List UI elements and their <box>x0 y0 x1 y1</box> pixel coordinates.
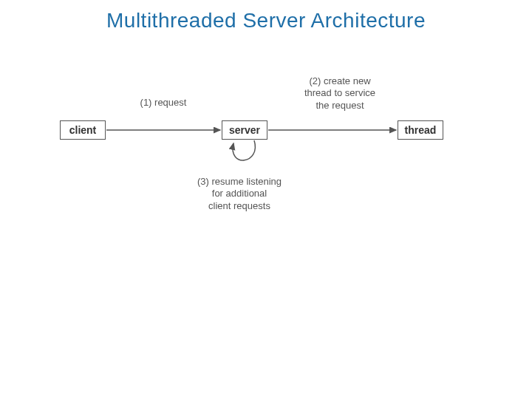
client-node-label: client <box>69 124 97 136</box>
create-line-1: (2) create new <box>309 75 370 86</box>
resume-line-3: client requests <box>208 200 270 211</box>
resume-listening-label: (3) resume listening for additional clie… <box>188 176 291 212</box>
server-node-label: server <box>229 124 260 136</box>
arrow-server-self-loop <box>233 140 255 160</box>
request-label: (1) request <box>130 97 197 109</box>
server-node: server <box>222 120 267 140</box>
thread-node: thread <box>398 120 443 140</box>
thread-node-label: thread <box>405 124 437 136</box>
diagram-canvas: client server thread (1) request (2) cre… <box>0 0 532 399</box>
create-thread-label: (2) create new thread to service the req… <box>292 75 388 112</box>
resume-line-2: for additional <box>212 188 267 199</box>
client-node: client <box>60 120 106 140</box>
create-line-3: the request <box>316 100 364 111</box>
resume-line-1: (3) resume listening <box>197 176 282 187</box>
create-line-2: thread to service <box>304 87 375 98</box>
